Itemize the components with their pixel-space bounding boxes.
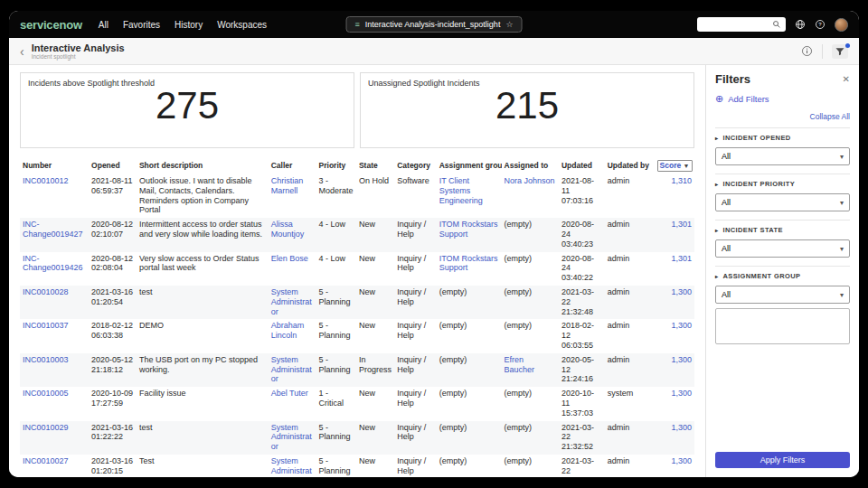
- cell-caller[interactable]: Elen Bose: [269, 252, 316, 286]
- column-header[interactable]: Short description ▼: [137, 158, 269, 174]
- filter-multiselect-box[interactable]: [715, 308, 850, 344]
- help-icon[interactable]: ?: [815, 19, 826, 30]
- column-header[interactable]: Score ▼: [655, 158, 694, 174]
- cell-caller[interactable]: Alissa Mountjoy: [269, 218, 316, 251]
- cell-caller[interactable]: System Administrator: [269, 353, 316, 387]
- servicenow-logo[interactable]: servicenow: [20, 18, 82, 32]
- cell-number[interactable]: INC0010029: [20, 421, 89, 455]
- nav-item[interactable]: History: [175, 20, 203, 30]
- cell-assigned-to[interactable]: (empty): [502, 218, 559, 251]
- add-filters-button[interactable]: ⊕ Add Filters: [715, 94, 850, 104]
- cell-caller[interactable]: System Administrator: [269, 455, 316, 477]
- table-row[interactable]: INC0010028 2021-03-16 01:20:54 test Syst…: [20, 286, 694, 319]
- cell-assigned-to[interactable]: (empty): [502, 421, 559, 455]
- cell-number[interactable]: INC0010012: [20, 174, 89, 218]
- cell-assignment-group[interactable]: (empty): [437, 455, 502, 477]
- filter-section-toggle[interactable]: ▸ ASSIGNMENT GROUP: [715, 272, 850, 280]
- cell-score[interactable]: 1,301: [655, 218, 694, 251]
- cell-score[interactable]: 1,310: [655, 174, 694, 218]
- cell-number[interactable]: INC0010005: [20, 387, 89, 420]
- table-row[interactable]: INC0010029 2021-03-16 01:22:22 test Syst…: [20, 421, 694, 455]
- column-header[interactable]: Updated by ▼: [605, 158, 655, 174]
- cell-assignment-group[interactable]: (empty): [437, 421, 502, 455]
- column-header[interactable]: Opened ▼: [89, 158, 137, 174]
- cell-score[interactable]: 1,301: [655, 252, 694, 286]
- column-header[interactable]: Number ▼: [20, 158, 89, 174]
- cell-caller[interactable]: Abel Tuter: [269, 387, 316, 420]
- cell-score[interactable]: 1,300: [655, 286, 694, 319]
- nav-item[interactable]: Favorites: [123, 20, 160, 30]
- cell-number[interactable]: INC0010028: [20, 286, 89, 319]
- table-row[interactable]: INC0010005 2020-10-09 17:27:59 Facility …: [20, 387, 694, 420]
- cell-assigned-to[interactable]: Efren Baucher: [502, 353, 559, 387]
- filter-section-toggle[interactable]: ▸ INCIDENT OPENED: [715, 134, 850, 142]
- column-header[interactable]: Caller ▼: [269, 158, 316, 174]
- cell-score[interactable]: 1,300: [655, 421, 694, 455]
- cell-score[interactable]: 1,300: [655, 387, 694, 420]
- table-row[interactable]: INC0010027 2021-03-16 01:20:15 Test Syst…: [20, 455, 694, 477]
- filter-section-label: INCIDENT PRIORITY: [722, 180, 795, 188]
- cell-assignment-group[interactable]: IT Client Systems Engineering: [437, 174, 502, 218]
- filter-select[interactable]: All ▾: [715, 239, 850, 258]
- apply-filters-button[interactable]: Apply Filters: [715, 452, 850, 468]
- cell-caller[interactable]: Christian Marnell: [269, 174, 316, 218]
- cell-number[interactable]: INC0010027: [20, 455, 89, 477]
- primary-nav: AllFavoritesHistoryWorkspaces: [99, 20, 267, 30]
- info-icon[interactable]: [801, 45, 813, 57]
- search-icon[interactable]: [772, 20, 781, 29]
- table-row[interactable]: INC-Change0019426 2020-08-12 02:08:04 Ve…: [20, 252, 694, 286]
- column-header[interactable]: Priority ▼: [316, 158, 356, 174]
- cell-caller[interactable]: System Administrator: [269, 286, 316, 319]
- cell-caller[interactable]: Abraham Lincoln: [269, 319, 316, 352]
- column-header[interactable]: Assignment group ▼: [437, 158, 502, 174]
- cell-caller[interactable]: System Administrator: [269, 421, 316, 455]
- filter-select[interactable]: All ▾: [715, 147, 850, 165]
- favorite-star-icon[interactable]: ☆: [505, 20, 513, 29]
- filter-section-toggle[interactable]: ▸ INCIDENT PRIORITY: [715, 180, 850, 188]
- filter-funnel-icon[interactable]: [832, 44, 848, 59]
- nav-item[interactable]: All: [99, 20, 108, 30]
- cell-assigned-to[interactable]: Nora Johnson: [502, 174, 559, 218]
- cell-assignment-group[interactable]: (empty): [437, 387, 502, 420]
- cell-assigned-to[interactable]: (empty): [502, 319, 559, 352]
- globe-icon[interactable]: [795, 19, 806, 30]
- global-search[interactable]: [697, 17, 786, 32]
- nav-item[interactable]: Workspaces: [217, 20, 267, 30]
- column-header[interactable]: Category ▼: [394, 158, 436, 174]
- cell-assignment-group[interactable]: (empty): [437, 319, 502, 352]
- cell-assigned-to[interactable]: (empty): [502, 455, 559, 477]
- cell-short-description: Intermittent access to order status and …: [137, 218, 269, 251]
- cell-score[interactable]: 1,300: [655, 319, 694, 352]
- cell-number[interactable]: INC-Change0019426: [20, 252, 89, 286]
- cell-number[interactable]: INC-Change0019427: [20, 218, 89, 251]
- table-row[interactable]: INC0010003 2020-05-12 21:18:12 The USB p…: [20, 353, 694, 387]
- table-row[interactable]: INC0010037 2018-02-12 06:03:38 DEMO Abra…: [20, 319, 694, 352]
- back-chevron-icon[interactable]: ‹: [20, 45, 24, 58]
- cell-assignment-group[interactable]: ITOM Rockstars Support: [437, 218, 502, 251]
- cell-score[interactable]: 1,300: [655, 353, 694, 387]
- column-header[interactable]: Assigned to ▼: [502, 158, 559, 174]
- cell-score[interactable]: 1,300: [655, 455, 694, 477]
- column-header[interactable]: State ▼: [356, 158, 394, 174]
- filter-select[interactable]: All ▾: [715, 193, 850, 211]
- close-icon[interactable]: ✕: [843, 74, 850, 84]
- column-header[interactable]: Updated ▼: [559, 158, 605, 174]
- cell-assignment-group[interactable]: (empty): [437, 286, 502, 319]
- active-context-tab[interactable]: ≡ Interactive Analysis-incident_spotligh…: [346, 16, 523, 33]
- cell-assignment-group[interactable]: (empty): [437, 353, 502, 387]
- cell-number[interactable]: INC0010003: [20, 353, 89, 387]
- cell-assigned-to[interactable]: (empty): [502, 387, 559, 420]
- chevron-down-icon: ▾: [840, 199, 844, 207]
- cell-number[interactable]: INC0010037: [20, 319, 89, 352]
- kpi-value: 275: [21, 84, 354, 127]
- collapse-all-link[interactable]: Collapse All: [715, 112, 850, 121]
- table-row[interactable]: INC-Change0019427 2020-08-12 02:10:07 In…: [20, 218, 694, 251]
- search-input[interactable]: [702, 21, 769, 29]
- filter-section-toggle[interactable]: ▸ INCIDENT STATE: [715, 226, 850, 234]
- user-avatar[interactable]: [835, 18, 848, 32]
- filter-select[interactable]: All ▾: [715, 286, 850, 304]
- cell-assignment-group[interactable]: ITOM Rockstars Support: [437, 252, 502, 286]
- table-row[interactable]: INC0010012 2021-08-11 06:59:37 Outlook i…: [20, 174, 694, 218]
- cell-assigned-to[interactable]: (empty): [502, 286, 559, 319]
- cell-assigned-to[interactable]: (empty): [502, 252, 559, 286]
